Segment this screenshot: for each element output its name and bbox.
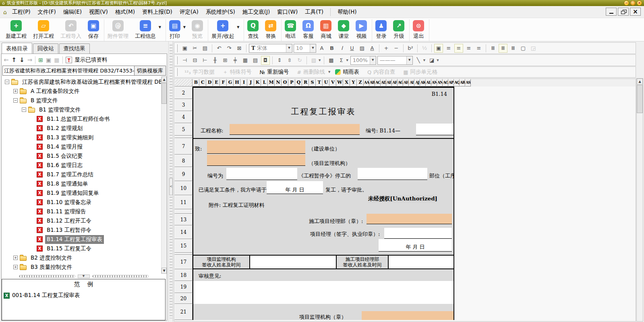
restore-window-icon[interactable]: □ [630, 0, 636, 6]
split-cell-vertical-button[interactable]: ╫ [211, 56, 219, 65]
tab-search-results[interactable]: 查找结果 [59, 43, 90, 54]
tree-item-b1-3[interactable]: XB1.3 监理实施细则 [2, 133, 161, 142]
column-header-H[interactable]: H [234, 79, 240, 87]
minimize-window-icon[interactable]: − [624, 0, 629, 6]
insert-col-left-button[interactable]: ⊣ [180, 56, 189, 65]
column-header-P[interactable]: P [288, 79, 295, 87]
tree-toggle-minus-icon[interactable]: − [22, 107, 26, 112]
vertical-text-center-button[interactable]: Ⅲ [499, 44, 507, 53]
nav-up-icon[interactable]: ↑ [12, 56, 17, 64]
fit-cell-button[interactable]: ▢ [519, 44, 528, 53]
row-header-9[interactable]: 9 [174, 167, 193, 181]
menu-home-icon[interactable]: ⌂ [2, 9, 8, 15]
form-row-20[interactable] [193, 293, 453, 304]
weather-gauge-button[interactable]: 晴雨表 [331, 68, 363, 76]
scrollbar-thumb[interactable] [637, 85, 643, 113]
mdi-minimize-icon[interactable] [606, 8, 617, 16]
column-header-AB[interactable]: AB [369, 79, 375, 87]
scroll-up-icon[interactable]: ▲ [637, 78, 643, 85]
column-header-Y[interactable]: Y [350, 79, 357, 87]
dropdown-arrow-icon[interactable] [310, 44, 316, 52]
line-style-combo[interactable]: ——— [377, 56, 413, 65]
menu-item-system-maintain[interactable]: 系统维护(S) [202, 6, 239, 18]
align-center-button[interactable]: ≡ [454, 44, 463, 53]
sum-formula-button[interactable]: Σ [337, 56, 346, 65]
dropdown-arrow-icon[interactable] [328, 70, 330, 74]
row-header-18[interactable]: 18 [174, 269, 193, 281]
open-project-button[interactable]: ▱打开工程 [33, 20, 54, 41]
menu-item-help[interactable]: 帮助(H) [334, 6, 360, 18]
column-header-AR[interactable]: AR [460, 79, 465, 87]
to-org-field[interactable] [207, 155, 305, 166]
dept-seal-field[interactable] [367, 214, 452, 224]
splitter-grip[interactable] [92, 275, 149, 278]
line-spacing-decrease-button[interactable]: ⇳ [285, 56, 294, 65]
tree-item-b3[interactable]: +B3 质量控制文件 [2, 262, 161, 272]
form-row-14[interactable]: 项目经理（签字、执业印章）: [193, 225, 453, 239]
column-header-U[interactable]: U [323, 79, 329, 87]
column-header-AN[interactable]: AN [437, 79, 443, 87]
renumber-button[interactable]: №重新编号 [256, 68, 293, 76]
dropdown-arrow-icon[interactable] [406, 56, 412, 64]
format-painter-button[interactable]: A [317, 44, 326, 53]
column-header-M[interactable]: M [268, 79, 275, 87]
form-row-2[interactable]: B1.14 [193, 87, 453, 99]
expand-collapse-button[interactable]: +展开/收起 [211, 20, 234, 41]
project-name-field[interactable] [230, 124, 360, 135]
splitter-grip[interactable] [19, 275, 75, 278]
column-header-Z[interactable]: Z [357, 79, 364, 87]
tree-item-b[interactable]: −B 监理文件 [2, 96, 161, 105]
align-justify-box-button[interactable]: ▣ [434, 44, 443, 53]
form-number-field[interactable] [416, 124, 453, 135]
column-header-AP[interactable]: AP [448, 79, 454, 87]
upgrade-button[interactable]: ↗升级 [393, 20, 404, 41]
row-header-4[interactable]: 4 [174, 111, 193, 123]
line-spacing-increase-button[interactable]: ⇕ [275, 56, 284, 65]
column-header-AO[interactable]: AO [443, 79, 448, 87]
contractor-sign-cell[interactable] [389, 256, 453, 268]
manager-sign-field[interactable] [384, 228, 452, 239]
stop-position-field[interactable] [358, 168, 427, 180]
menu-item-tools[interactable]: 工具(T) [301, 6, 327, 18]
tree-item-b1-6[interactable]: XB1.6 监理日志 [2, 161, 161, 170]
select-all-corner[interactable] [174, 79, 193, 87]
tree-item-b1[interactable]: −B1 监理管理文件 [2, 105, 161, 114]
merge-cells-button[interactable]: ⊟ [191, 56, 199, 65]
apply-date-field[interactable]: 年 月 日 [267, 181, 323, 194]
tree-item-root[interactable]: −江苏省房屋建筑和市政基础设施工程档案资料管理规程 DB32, [2, 77, 161, 87]
form-row-18[interactable]: 审核意见: [193, 269, 453, 281]
tree-scrollbar[interactable]: ▲ ▼ [161, 76, 167, 274]
tab-recycle[interactable]: 回收站 [33, 43, 58, 54]
cell-borders-button[interactable]: ▦ [241, 56, 250, 65]
superscript-button[interactable]: b² [406, 44, 415, 53]
column-header-D[interactable]: D [206, 79, 213, 87]
copy-form-icon[interactable]: ▣ [46, 57, 51, 63]
toolbar-grip[interactable] [176, 68, 178, 76]
split-cell-horizontal-button[interactable]: ╪ [231, 56, 240, 65]
column-header-R[interactable]: R [302, 79, 309, 87]
table-properties-button[interactable]: ▤ [251, 56, 260, 65]
stop-order-number-field[interactable] [226, 168, 297, 180]
exit-button[interactable]: ⊙退出 [413, 20, 424, 41]
form-row-13[interactable]: 施工项目经理部（章）: [193, 214, 453, 225]
tree-item-b1-8[interactable]: XB1.8 监理通知单 [2, 179, 161, 188]
underline-button[interactable]: U [348, 44, 356, 53]
vertical-splitter[interactable]: < [168, 41, 173, 322]
form-row-10[interactable]: 已满足复工条件，我方申请于 年 月 日 复工，请予审批。 [193, 181, 453, 195]
to-unit-field[interactable] [207, 140, 305, 154]
column-header-X[interactable]: X [343, 79, 350, 87]
switch-template-button[interactable]: 切换模板库 [135, 66, 166, 76]
italic-button[interactable]: I [338, 44, 346, 53]
mdi-close-icon[interactable] [630, 8, 641, 16]
tree-item-b1-10[interactable]: XB1.10 监理备忘录 [2, 198, 161, 207]
font-size-combo[interactable]: 10 [294, 44, 316, 53]
tree-item-b1-11[interactable]: XB1.11 监理报告 [2, 207, 161, 216]
scroll-down-icon[interactable]: ▼ [162, 268, 167, 274]
classroom-button[interactable]: ◆课堂 [338, 20, 349, 41]
copy-button[interactable]: ▣ [180, 44, 189, 53]
redo-button[interactable]: ↷ [225, 44, 234, 53]
dropdown-caret-icon[interactable] [237, 25, 239, 29]
column-header-AQ[interactable]: AQ [454, 79, 460, 87]
column-header-K[interactable]: K [254, 79, 261, 87]
lock-cell-button[interactable]: ◘ [261, 56, 270, 65]
